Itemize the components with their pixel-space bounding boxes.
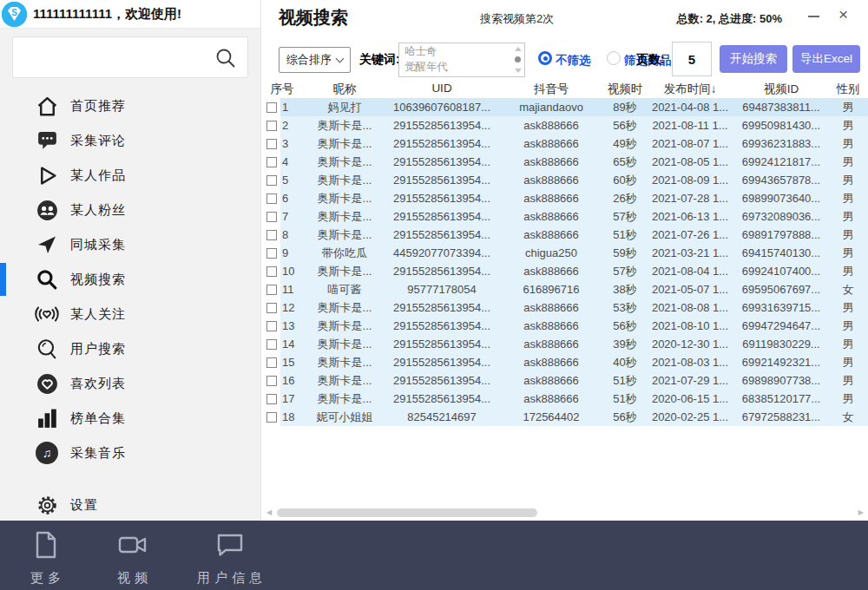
video-id-cell: 69415740130... xyxy=(735,244,827,262)
sidebar-item-works[interactable]: 某人作品 xyxy=(0,158,260,193)
table-row[interactable]: 16奥斯卡是...29155285613954...ask88866651秒20… xyxy=(261,371,868,390)
radio-filter-goods[interactable] xyxy=(607,51,621,65)
col-header-videoid[interactable]: 视频ID xyxy=(735,82,827,98)
row-checkbox[interactable] xyxy=(266,394,277,404)
scroll-thumb[interactable] xyxy=(515,56,521,62)
nickname-cell: 奥斯卡是... xyxy=(303,134,386,153)
table-row[interactable]: 11喵可酱9577717805461689671638秒2021-05-07 1… xyxy=(261,280,868,298)
table-row[interactable]: 6奥斯卡是...29155285613954...ask88866626秒202… xyxy=(261,189,868,207)
table-row[interactable]: 8奥斯卡是...29155285613954...ask88866651秒202… xyxy=(261,226,868,244)
table-row[interactable]: 9带你吃瓜44592077073394...chigua25059秒2021-0… xyxy=(261,244,868,262)
col-header-uid[interactable]: UID xyxy=(386,82,497,98)
row-checkbox[interactable] xyxy=(266,121,277,131)
table-row[interactable]: 15奥斯卡是...29155285613954...ask88866640秒20… xyxy=(261,353,868,371)
row-checkbox[interactable] xyxy=(266,139,277,149)
table-row[interactable]: 12奥斯卡是...29155285613954...ask88866653秒20… xyxy=(261,298,868,317)
row-checkbox[interactable] xyxy=(266,339,277,350)
table-row[interactable]: 2奥斯卡是...29155285613954...ask88866656秒202… xyxy=(261,116,868,134)
row-checkbox[interactable] xyxy=(266,248,277,259)
bottombar-item-user-info[interactable]: 用户信息 xyxy=(193,529,266,587)
uid-cell: 29155285613954... xyxy=(386,171,497,189)
sidebar-item-label: 某人关注 xyxy=(70,306,126,323)
close-icon[interactable]: × xyxy=(838,4,848,25)
row-checkbox[interactable] xyxy=(266,285,277,295)
sidebar-item-city-collect[interactable]: 同城采集 xyxy=(0,227,260,262)
row-checkbox[interactable] xyxy=(266,193,277,204)
row-checkbox[interactable] xyxy=(266,357,277,368)
gender-cell: 男 xyxy=(827,98,868,116)
table-row[interactable]: 7奥斯卡是...29155285613954...ask88866657秒202… xyxy=(261,207,868,226)
duration-cell: 65秒 xyxy=(605,153,645,171)
duration-cell: 57秒 xyxy=(605,262,645,280)
home-icon xyxy=(35,94,59,118)
row-checkbox[interactable] xyxy=(266,266,277,277)
scroll-left-icon[interactable]: ◀ xyxy=(266,508,272,517)
col-header-index[interactable]: 序号 xyxy=(261,82,303,98)
col-header-gender[interactable]: 性别 xyxy=(827,82,868,98)
keyword-scrollbar[interactable] xyxy=(512,44,523,75)
start-search-button[interactable]: 开始搜索 xyxy=(720,45,787,73)
sidebar-search-box[interactable] xyxy=(12,36,248,78)
table-row[interactable]: 1妈见打10639607608187...majiandaovo89秒2021-… xyxy=(261,98,868,116)
douyin-id-cell: ask888666 xyxy=(497,317,605,335)
sidebar-item-music[interactable]: ♫ 采集音乐 xyxy=(0,436,260,470)
bottombar-item-video[interactable]: 视频 xyxy=(113,529,152,587)
sidebar-item-rankings[interactable]: 榜单合集 xyxy=(0,401,260,436)
sidebar-search-input[interactable] xyxy=(20,43,211,72)
row-checkbox[interactable] xyxy=(266,230,277,240)
row-checkbox[interactable] xyxy=(266,321,277,331)
table-row[interactable]: 3奥斯卡是...29155285613954...ask88866649秒202… xyxy=(261,134,868,153)
row-checkbox[interactable] xyxy=(266,376,277,386)
sidebar-item-likes[interactable]: 喜欢列表 xyxy=(0,366,260,401)
gender-cell: 男 xyxy=(827,390,868,408)
sidebar-item-home-feed[interactable]: 首页推荐 xyxy=(0,88,260,123)
table-row[interactable]: 14奥斯卡是...29155285613954...ask88866639秒20… xyxy=(261,335,868,353)
sidebar-item-fans[interactable]: 某人粉丝 xyxy=(0,193,260,227)
pubtime-cell: 2021-08-10 1... xyxy=(645,317,735,335)
radio-no-filter[interactable] xyxy=(538,51,552,65)
scroll-thumb[interactable] xyxy=(277,508,537,517)
horizontal-scrollbar[interactable]: ◀ ▶ xyxy=(266,508,864,518)
douyin-id-cell: ask888666 xyxy=(497,171,605,189)
sidebar-item-user-search[interactable]: 用户搜索 xyxy=(0,331,260,366)
sidebar-item-comments[interactable]: 采集评论 xyxy=(0,123,260,158)
table-row[interactable]: 5奥斯卡是...29155285613954...ask88866660秒202… xyxy=(261,171,868,189)
keyword-input[interactable]: 哈士奇 觉醒年代 xyxy=(398,43,525,77)
row-index: 8 xyxy=(282,226,288,244)
sort-select[interactable]: 综合排序 xyxy=(279,47,351,73)
bottom-bar: 更多 视频 用户信息 xyxy=(0,521,868,590)
row-checkbox[interactable] xyxy=(266,303,277,313)
table-row[interactable]: 17奥斯卡是...29155285613954...ask88866651秒20… xyxy=(261,390,868,408)
sidebar-item-settings[interactable]: 设置 xyxy=(0,488,260,522)
row-checkbox[interactable] xyxy=(266,175,277,186)
col-header-pubtime[interactable]: 发布时间↓ xyxy=(645,82,735,98)
scroll-right-icon[interactable]: ▶ xyxy=(858,508,864,517)
scroll-up-icon[interactable] xyxy=(515,47,522,51)
col-header-douyin[interactable]: 抖音号 xyxy=(497,82,605,98)
row-index: 18 xyxy=(282,408,294,426)
sidebar-item-video-search[interactable]: 视频搜索 xyxy=(0,262,260,297)
radio-no-filter-label[interactable]: 不筛选 xyxy=(556,53,591,69)
table-row[interactable]: 13奥斯卡是...29155285613954...ask88866656秒20… xyxy=(261,317,868,335)
scroll-down-icon[interactable] xyxy=(515,69,522,73)
row-checkbox[interactable] xyxy=(266,102,277,113)
table-row[interactable]: 18妮可小姐姐8254521469717256440256秒2020-02-25… xyxy=(261,408,868,426)
pages-input[interactable] xyxy=(672,42,712,76)
row-checkbox[interactable] xyxy=(266,412,277,423)
bottombar-item-more[interactable]: 更多 xyxy=(26,529,65,587)
export-excel-button[interactable]: 导出Excel xyxy=(792,45,860,73)
sidebar-item-follows[interactable]: 某人关注 xyxy=(0,297,260,331)
col-header-duration[interactable]: 视频时长 xyxy=(605,82,645,98)
chevron-down-icon xyxy=(336,55,345,63)
row-checkbox[interactable] xyxy=(266,212,277,222)
video-id-cell: 69732089036... xyxy=(735,207,827,226)
table-row[interactable]: 4奥斯卡是...29155285613954...ask88866665秒202… xyxy=(261,153,868,171)
row-index: 1 xyxy=(282,98,288,116)
douyin-id-cell: ask888666 xyxy=(497,226,605,244)
table-row[interactable]: 10奥斯卡是...29155285613954...ask88866657秒20… xyxy=(261,262,868,280)
row-checkbox[interactable] xyxy=(266,157,277,167)
uid-cell: 29155285613954... xyxy=(386,116,497,134)
col-header-nickname[interactable]: 昵称 xyxy=(303,82,386,98)
minimize-icon[interactable] xyxy=(808,16,819,17)
uid-cell: 29155285613954... xyxy=(386,335,497,353)
